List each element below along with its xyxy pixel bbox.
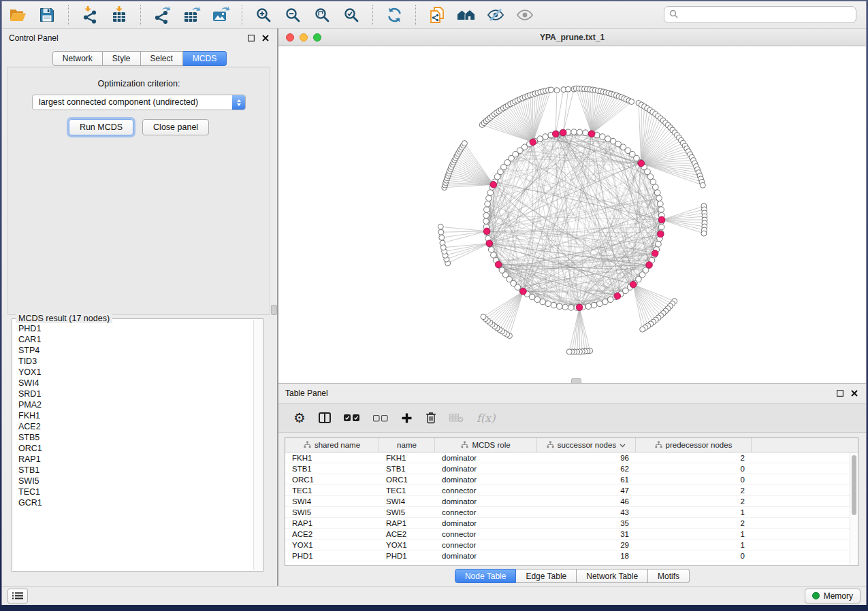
column-header-predecessor-nodes[interactable]: predecessor nodes	[636, 438, 752, 452]
export-image-icon[interactable]	[210, 5, 231, 25]
apply-layout-icon[interactable]	[384, 5, 404, 25]
column-header-mcds-role[interactable]: MCDS role	[435, 438, 537, 452]
mcds-result-item[interactable]: SRD1	[13, 389, 253, 399]
memory-button[interactable]: Memory	[805, 589, 861, 604]
graph-node[interactable]	[571, 129, 577, 135]
import-table-icon[interactable]	[109, 5, 129, 25]
mcds-result-item[interactable]: SWI5	[13, 476, 253, 486]
graph-node[interactable]	[483, 218, 489, 225]
graph-node[interactable]	[488, 247, 494, 253]
export-table-icon[interactable]	[181, 5, 202, 25]
tab-select[interactable]: Select	[141, 51, 183, 66]
float-panel-icon[interactable]	[246, 33, 256, 43]
task-history-button[interactable]	[7, 589, 28, 604]
first-neighbors-icon[interactable]	[456, 5, 477, 25]
scrollbar-thumb[interactable]	[852, 455, 856, 515]
trash-icon[interactable]	[425, 412, 436, 424]
graph-node[interactable]	[654, 190, 660, 196]
table-row[interactable]: RAP1RAP1dominator352	[285, 518, 850, 529]
mcds-result-item[interactable]: FKH1	[13, 410, 253, 421]
open-folder-icon[interactable]	[7, 5, 28, 25]
graph-hub-node[interactable]	[560, 129, 566, 136]
close-window-icon[interactable]	[286, 33, 294, 42]
column-header-name[interactable]: name	[379, 438, 435, 452]
table-row[interactable]: PHD1PHD1dominator180	[285, 550, 850, 561]
hide-selected-icon[interactable]	[485, 5, 506, 25]
graph-node[interactable]	[440, 245, 446, 250]
graph-hub-node[interactable]	[495, 261, 502, 268]
graph-node[interactable]	[602, 299, 609, 305]
graph-node[interactable]	[556, 303, 562, 310]
graph-node[interactable]	[700, 182, 705, 188]
minimize-window-icon[interactable]	[300, 33, 308, 42]
graph-node[interactable]	[585, 303, 592, 310]
graph-hub-node[interactable]	[657, 231, 664, 237]
mcds-result-item[interactable]: RAP1	[13, 454, 253, 465]
graph-node[interactable]	[483, 212, 489, 218]
graph-node[interactable]	[597, 301, 603, 307]
export-network-icon[interactable]	[152, 5, 172, 25]
graph-hub-node[interactable]	[486, 240, 493, 247]
mcds-result-item[interactable]: STP4	[13, 345, 253, 356]
search-input[interactable]	[681, 10, 851, 20]
tab-network-table[interactable]: Network Table	[577, 569, 648, 583]
graph-node[interactable]	[658, 201, 664, 207]
run-mcds-button[interactable]: Run MCDS	[69, 119, 133, 135]
table-row[interactable]: FKH1FKH1dominator962	[285, 452, 850, 463]
mcds-list-scrollbar[interactable]	[253, 320, 262, 570]
tab-network[interactable]: Network	[52, 51, 103, 66]
zoom-fit-icon[interactable]	[312, 5, 332, 25]
graph-node[interactable]	[600, 134, 606, 140]
graph-node[interactable]	[540, 299, 546, 305]
splitter-handle[interactable]	[271, 305, 277, 315]
mcds-result-item[interactable]: STB1	[13, 465, 253, 476]
graph-node[interactable]	[566, 86, 571, 92]
graph-node[interactable]	[551, 302, 557, 308]
graph-node[interactable]	[656, 241, 662, 247]
close-panel-icon[interactable]	[850, 389, 859, 398]
graph-hub-node[interactable]	[588, 131, 595, 137]
tab-motifs[interactable]: Motifs	[648, 569, 690, 583]
checked-boxes-icon[interactable]	[344, 414, 360, 422]
show-all-icon[interactable]	[515, 5, 535, 25]
mcds-result-item[interactable]: TID3	[13, 356, 253, 367]
graph-node[interactable]	[491, 252, 497, 259]
zoom-selected-icon[interactable]	[341, 5, 361, 25]
split-column-icon[interactable]	[319, 412, 331, 423]
graph-node[interactable]	[486, 195, 492, 201]
mcds-result-item[interactable]: CAR1	[13, 334, 253, 345]
table-row[interactable]: YOX1YOX1connector291	[285, 540, 850, 550]
graph-hub-node[interactable]	[576, 304, 583, 311]
gear-icon[interactable]: ⚙	[293, 411, 306, 425]
graph-hub-node[interactable]	[646, 262, 653, 269]
graph-node[interactable]	[658, 207, 664, 213]
graph-hub-node[interactable]	[638, 160, 645, 167]
table-scrollbar[interactable]	[850, 452, 858, 565]
close-panel-icon[interactable]	[261, 33, 270, 43]
graph-hub-node[interactable]	[490, 182, 497, 188]
graph-node[interactable]	[629, 99, 634, 105]
graph-node[interactable]	[658, 224, 664, 230]
table-row[interactable]: SWI4SWI4dominator462	[285, 496, 850, 507]
maximize-window-icon[interactable]	[313, 33, 321, 42]
graph-hub-node[interactable]	[630, 281, 637, 288]
graph-node[interactable]	[607, 297, 613, 303]
graph-node[interactable]	[487, 190, 494, 196]
mcds-result-item[interactable]: PMA2	[13, 399, 253, 410]
graph-node[interactable]	[562, 304, 568, 310]
table-row[interactable]: TEC1TEC1connector472	[285, 485, 850, 496]
tab-node-table[interactable]: Node Table	[455, 569, 517, 583]
mcds-result-item[interactable]: STB5	[13, 432, 253, 443]
graph-node[interactable]	[438, 224, 443, 229]
graph-node[interactable]	[462, 141, 467, 146]
graph-node[interactable]	[640, 327, 645, 332]
graph-node[interactable]	[591, 302, 597, 308]
mcds-result-item[interactable]: GCR1	[13, 497, 253, 508]
graph-node[interactable]	[537, 136, 543, 142]
graph-hub-node[interactable]	[552, 131, 559, 137]
graph-hub-node[interactable]	[658, 216, 665, 223]
column-header-shared-name[interactable]: shared name	[285, 438, 379, 452]
graph-node[interactable]	[583, 130, 589, 136]
graph-node[interactable]	[566, 349, 572, 354]
zoom-out-icon[interactable]	[283, 5, 303, 25]
